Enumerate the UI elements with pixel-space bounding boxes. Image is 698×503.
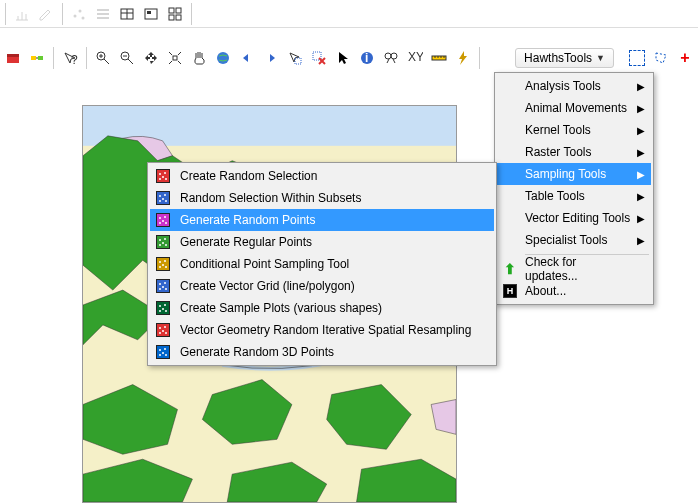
menu-item-label: Specialist Tools — [525, 233, 608, 247]
tb-grid-icon[interactable] — [164, 3, 186, 25]
tb-list-icon[interactable] — [92, 3, 114, 25]
menu-item-label: Raster Tools — [525, 145, 591, 159]
vector-grid-icon — [152, 277, 174, 295]
menu-item-check-for-updates[interactable]: ⬆Check for updates... — [497, 258, 651, 280]
target-cross-icon[interactable]: + — [674, 47, 696, 69]
toolbar-main: ? i XY HawthsTools ▼ + — [0, 44, 698, 72]
regular-pts-icon — [152, 233, 174, 251]
svg-point-54 — [164, 194, 166, 196]
menu-item-about[interactable]: HAbout... — [497, 280, 651, 302]
svg-rect-5 — [97, 17, 109, 19]
hawths-tools-button[interactable]: HawthsTools ▼ — [515, 48, 614, 68]
submenu-item-generate-random-points[interactable]: Generate Random Points — [150, 209, 494, 231]
next-extent-icon[interactable] — [260, 47, 282, 69]
svg-rect-15 — [7, 56, 19, 63]
tb-table-icon[interactable] — [116, 3, 138, 25]
submenu-item-create-vector-grid-linepolygon[interactable]: Create Vector Grid (line/polygon) — [150, 275, 494, 297]
submenu-item-label: Random Selection Within Subsets — [180, 191, 361, 205]
menu-item-label: Kernel Tools — [525, 123, 591, 137]
submenu-item-vector-geometry-random-iterative-spatial-resampling[interactable]: Vector Geometry Random Iterative Spatial… — [150, 319, 494, 341]
menu-item-kernel-tools[interactable]: Kernel Tools▶ — [497, 119, 651, 141]
submenu-item-create-sample-plots-various-shapes[interactable]: Create Sample Plots (various shapes) — [150, 297, 494, 319]
info-icon[interactable]: i — [356, 47, 378, 69]
select-poly-icon[interactable] — [650, 47, 672, 69]
svg-rect-12 — [176, 8, 181, 13]
svg-point-73 — [159, 283, 161, 285]
zoom-out-icon[interactable] — [116, 47, 138, 69]
svg-point-61 — [165, 222, 167, 224]
toolbar-top — [0, 0, 698, 28]
svg-point-53 — [159, 195, 161, 197]
svg-point-64 — [164, 238, 166, 240]
menu-item-table-tools[interactable]: Table Tools▶ — [497, 185, 651, 207]
submenu-item-label: Generate Random Points — [180, 213, 315, 227]
submenu-item-conditional-point-sampling-tool[interactable]: Conditional Point Sampling Tool — [150, 253, 494, 275]
tb-chart-icon[interactable] — [11, 3, 33, 25]
svg-point-2 — [82, 16, 85, 19]
svg-point-88 — [159, 349, 161, 351]
random-3d-icon — [152, 343, 174, 361]
full-extent-icon[interactable] — [212, 47, 234, 69]
chevron-right-icon: ▶ — [637, 213, 645, 224]
clear-select-icon[interactable] — [308, 47, 330, 69]
fixed-zoom-out-icon[interactable] — [164, 47, 186, 69]
xy-icon[interactable]: XY — [404, 47, 426, 69]
svg-point-83 — [159, 327, 161, 329]
svg-line-26 — [128, 59, 133, 64]
random-sel-icon — [152, 167, 174, 185]
svg-point-37 — [391, 53, 397, 59]
svg-point-49 — [164, 172, 166, 174]
tb-scatter-icon[interactable] — [68, 3, 90, 25]
select-features-icon[interactable] — [284, 47, 306, 69]
identify-icon[interactable]: ? — [59, 47, 81, 69]
svg-point-69 — [164, 260, 166, 262]
submenu-item-random-selection-within-subsets[interactable]: Random Selection Within Subsets — [150, 187, 494, 209]
svg-rect-4 — [97, 13, 109, 15]
tb-layout-icon[interactable] — [140, 3, 162, 25]
pointer-icon[interactable] — [332, 47, 354, 69]
svg-point-68 — [159, 261, 161, 263]
svg-text:?: ? — [71, 53, 78, 66]
find-icon[interactable] — [380, 47, 402, 69]
measure-icon[interactable] — [428, 47, 450, 69]
menu-item-label: Analysis Tools — [525, 79, 601, 93]
svg-point-87 — [159, 332, 161, 334]
submenu-item-generate-random-3d-points[interactable]: Generate Random 3D Points — [150, 341, 494, 363]
tb-edit-icon[interactable] — [35, 3, 57, 25]
submenu-item-create-random-selection[interactable]: Create Random Selection — [150, 165, 494, 187]
menu-item-raster-tools[interactable]: Raster Tools▶ — [497, 141, 651, 163]
menu-item-sampling-tools[interactable]: Sampling Tools▶ — [497, 163, 651, 185]
menu-item-specialist-tools[interactable]: Specialist Tools▶ — [497, 229, 651, 251]
svg-point-67 — [159, 244, 161, 246]
svg-point-86 — [165, 332, 167, 334]
caret-down-icon: ▼ — [596, 53, 605, 63]
prev-extent-icon[interactable] — [236, 47, 258, 69]
svg-text:i: i — [365, 51, 368, 65]
zoom-in-icon[interactable] — [92, 47, 114, 69]
svg-rect-17 — [31, 56, 36, 60]
svg-point-57 — [159, 200, 161, 202]
submenu-item-generate-regular-points[interactable]: Generate Regular Points — [150, 231, 494, 253]
menu-item-vector-editing-tools[interactable]: Vector Editing Tools▶ — [497, 207, 651, 229]
fixed-zoom-in-icon[interactable] — [140, 47, 162, 69]
svg-point-63 — [159, 239, 161, 241]
menu-item-animal-movements[interactable]: Animal Movements▶ — [497, 97, 651, 119]
bolt-icon[interactable] — [452, 47, 474, 69]
menu-item-label: About... — [525, 284, 566, 298]
submenu-item-label: Vector Geometry Random Iterative Spatial… — [180, 323, 471, 337]
toolbox-icon[interactable] — [2, 47, 24, 69]
sampling-tools-submenu: Create Random SelectionRandom Selection … — [147, 162, 497, 366]
model-icon[interactable] — [26, 47, 48, 69]
pan-icon[interactable] — [188, 47, 210, 69]
svg-point-71 — [165, 266, 167, 268]
svg-rect-28 — [173, 56, 177, 60]
menu-item-analysis-tools[interactable]: Analysis Tools▶ — [497, 75, 651, 97]
svg-rect-11 — [169, 8, 174, 13]
about-icon: H — [499, 282, 521, 300]
svg-rect-14 — [176, 15, 181, 20]
menu-item-label: Vector Editing Tools — [525, 211, 630, 225]
svg-line-39 — [393, 59, 395, 63]
chevron-right-icon: ▶ — [637, 235, 645, 246]
select-rect-icon[interactable] — [626, 47, 648, 69]
submenu-item-label: Create Vector Grid (line/polygon) — [180, 279, 355, 293]
